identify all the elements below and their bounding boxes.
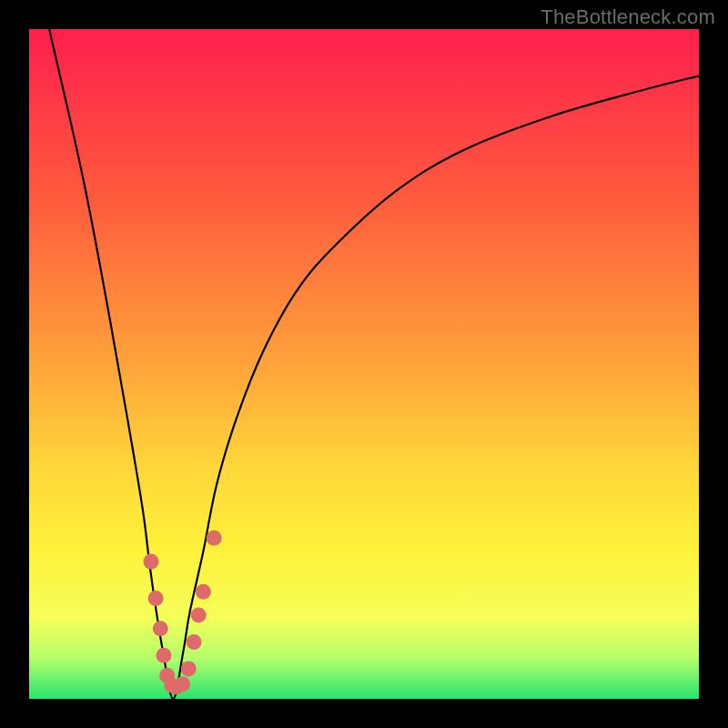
bottleneck-curve: [49, 29, 699, 699]
scatter-dots: [143, 531, 221, 694]
data-point: [187, 634, 202, 650]
data-point: [143, 554, 158, 570]
data-point: [181, 661, 197, 676]
chart-svg: [29, 29, 699, 699]
chart-frame: TheBottleneck.com: [0, 0, 728, 728]
data-point: [153, 621, 168, 636]
data-point: [175, 676, 190, 692]
watermark-text: TheBottleneck.com: [541, 5, 715, 29]
data-point: [156, 648, 171, 663]
data-point: [148, 591, 164, 606]
data-point: [196, 584, 211, 600]
data-point: [207, 531, 222, 546]
data-point: [191, 608, 207, 623]
chart-plot-area: [29, 29, 699, 699]
